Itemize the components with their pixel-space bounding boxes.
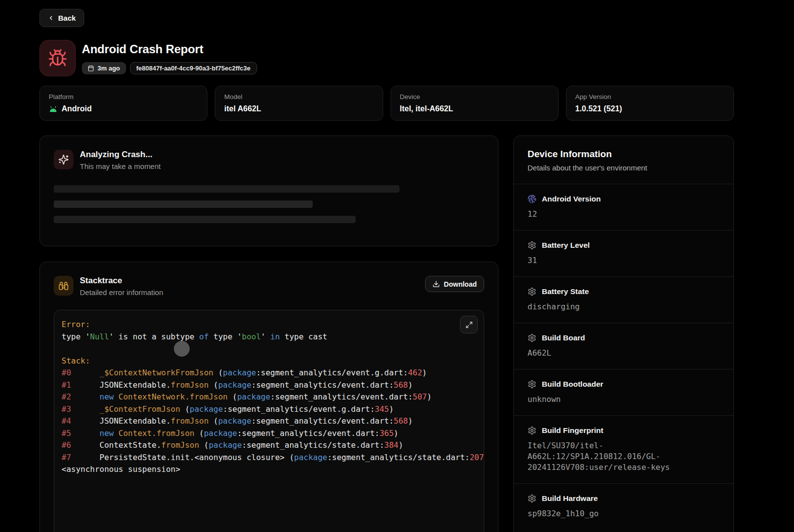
cursor-indicator: [174, 341, 190, 357]
device-info-title: Device Information: [528, 149, 720, 160]
meta-value: Itel, itel-A662L: [400, 104, 549, 113]
download-label: Download: [444, 280, 477, 288]
android-icon: [49, 106, 58, 112]
fingerprint-icon: [528, 195, 536, 203]
device-info-item-android-version: Android Version 12: [514, 184, 733, 230]
code-line: #7 PersistedState.init.<anonymous closur…: [62, 452, 476, 464]
crash-id-badge: fe80847f-aa0f-4cc9-90a3-bf75ec2ffc3e: [130, 62, 257, 74]
gear-icon: [528, 241, 536, 250]
gear-icon: [528, 380, 536, 389]
skeleton-bar: [54, 200, 313, 208]
device-information-panel: Device Information Details about the use…: [513, 135, 734, 532]
page-title: Android Crash Report: [82, 42, 203, 56]
item-label: Build Fingerprint: [542, 426, 603, 435]
code-line: #5 new Context.fromJson (package:segment…: [62, 428, 476, 440]
code-line: [62, 343, 476, 355]
item-label: Android Version: [542, 195, 601, 203]
item-value: 31: [528, 255, 720, 266]
meta-value: Android: [62, 104, 92, 113]
stacktrace-code-lines: Error:type 'Null' is not a subtype of ty…: [62, 319, 476, 476]
time-badge-label: 3m ago: [98, 65, 120, 72]
code-line: type 'Null' is not a subtype of type 'bo…: [62, 331, 476, 343]
code-line: Stack:: [62, 355, 476, 367]
item-value: sp9832e_1h10_go: [528, 508, 720, 519]
download-button[interactable]: Download: [425, 276, 484, 292]
item-label: Battery Level: [542, 241, 590, 250]
code-line: #4 JSONExtendable.fromJson (package:segm…: [62, 415, 476, 428]
meta-value: itel A662L: [224, 104, 373, 113]
device-info-item-build-fingerprint: Build Fingerprint Itel/SU370/itel-A662L:…: [514, 415, 733, 483]
device-info-item-battery-level: Battery Level 31: [514, 230, 733, 276]
meta-card-app-version: App Version 1.0.521 (521): [566, 86, 734, 121]
item-value: A662L: [528, 348, 720, 359]
gear-icon: [528, 287, 536, 296]
meta-card-device: Device Itel, itel-A662L: [391, 86, 559, 121]
device-info-item-build-board: Build Board A662L: [514, 323, 733, 369]
meta-label: App Version: [575, 93, 725, 100]
code-line: #1 JSONExtendable.fromJson (package:segm…: [62, 379, 476, 392]
item-label: Build Board: [542, 333, 585, 342]
analyzing-crash-card: Analyzing Crash... This may take a momen…: [39, 135, 498, 246]
code-line: <asynchronous suspension>: [62, 464, 476, 476]
chevron-left-icon: [48, 15, 54, 21]
gear-icon: [528, 494, 536, 503]
code-line: #2 new ContextNetwork.fromJson (package:…: [62, 391, 476, 403]
stacktrace-code-block[interactable]: Error:type 'Null' is not a subtype of ty…: [54, 310, 484, 532]
meta-value: 1.0.521 (521): [575, 104, 725, 113]
gear-icon: [528, 333, 536, 342]
loading-skeleton: [54, 185, 484, 223]
time-badge: 3m ago: [82, 62, 126, 74]
stacktrace-title: Stacktrace: [80, 276, 163, 286]
bug-icon: [39, 40, 76, 76]
back-button[interactable]: Back: [39, 9, 84, 27]
meta-label: Device: [400, 93, 549, 100]
device-info-item-battery-state: Battery State discharging: [514, 276, 733, 323]
skeleton-bar: [54, 216, 356, 223]
stacktrace-subtitle: Detailed error information: [80, 288, 163, 297]
skeleton-bar: [54, 185, 399, 193]
item-value: unknown: [528, 394, 720, 405]
device-info-item-build-bootloader: Build Bootloader unknown: [514, 369, 733, 415]
analyzing-title: Analyzing Crash...: [80, 150, 161, 160]
meta-card-model: Model itel A662L: [215, 86, 383, 121]
code-line: #3 _$ContextFromJson (package:segment_an…: [62, 403, 476, 416]
item-label: Build Hardware: [542, 494, 598, 503]
code-line: #6 ContextState.fromJson (package:segmen…: [62, 439, 476, 452]
meta-label: Model: [224, 93, 373, 100]
code-line: Error:: [62, 319, 476, 331]
gear-icon: [528, 426, 536, 435]
meta-card-platform: Platform Android: [39, 86, 207, 121]
binoculars-icon: [54, 276, 73, 296]
analyzing-subtitle: This may take a moment: [80, 162, 161, 170]
stacktrace-card: Stacktrace Detailed error information Do…: [39, 262, 498, 532]
item-value: 12: [528, 209, 720, 220]
device-info-item-build-hardware: Build Hardware sp9832e_1h10_go: [514, 483, 733, 530]
meta-label: Platform: [49, 93, 198, 100]
badge-row: 3m ago fe80847f-aa0f-4cc9-90a3-bf75ec2ff…: [82, 62, 257, 74]
meta-card-row: Platform Android Model itel A662L D: [39, 86, 734, 121]
item-value: Itel/SU370/itel-A662L:12/SP1A.210812.016…: [528, 440, 720, 473]
crash-report-page: Back Android Crash Report 3m ago fe80847…: [0, 0, 794, 532]
code-line: #0 _$ContextNetworkFromJson (package:seg…: [62, 367, 476, 379]
calendar-icon: [88, 65, 94, 71]
item-value: discharging: [528, 301, 720, 312]
item-label: Build Bootloader: [542, 380, 603, 389]
sparkles-icon: [54, 150, 73, 169]
back-label: Back: [58, 14, 76, 22]
expand-button[interactable]: [460, 316, 478, 333]
item-label: Battery State: [542, 287, 589, 296]
device-info-subtitle: Details about the user's environment: [528, 164, 720, 172]
download-icon: [432, 280, 440, 288]
